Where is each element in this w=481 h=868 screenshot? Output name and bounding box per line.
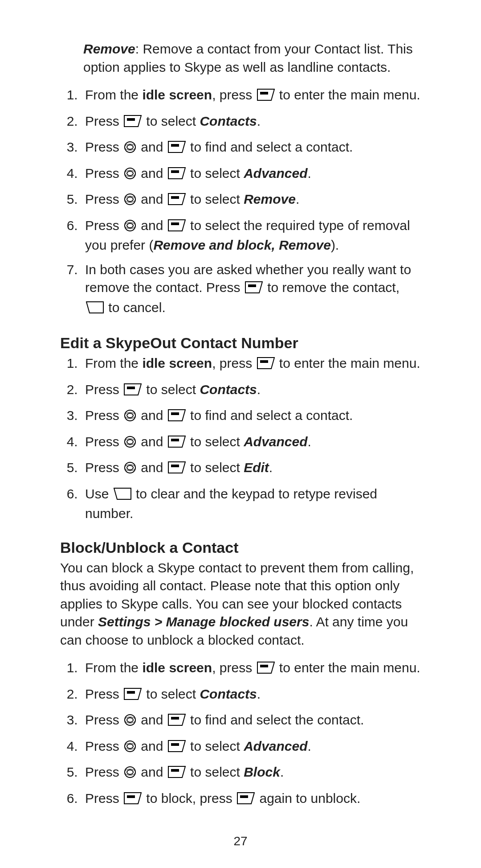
softkey-left-icon bbox=[168, 713, 186, 731]
step-item: Press to select Contacts. bbox=[82, 685, 421, 705]
remove-label: Remove bbox=[83, 41, 135, 56]
softkey-left-icon bbox=[168, 461, 186, 479]
softkey-left-icon bbox=[168, 435, 186, 453]
softkey-left-icon bbox=[124, 687, 142, 705]
softkey-left-icon bbox=[257, 661, 275, 679]
step-item: Press and to find and select a contact. bbox=[82, 138, 421, 158]
softkey-left-icon bbox=[168, 408, 186, 427]
block-unblock-para: You can block a Skype contact to prevent… bbox=[60, 559, 421, 650]
nav-ring-icon bbox=[124, 166, 136, 185]
nav-ring-icon bbox=[124, 218, 136, 237]
step-item: Press and to select the required type of… bbox=[82, 217, 421, 255]
softkey-left-icon bbox=[168, 765, 186, 783]
step-item: Press and to select Advanced. bbox=[82, 165, 421, 185]
edit-skypeout-heading: Edit a SkypeOut Contact Number bbox=[60, 334, 421, 352]
nav-ring-icon bbox=[124, 461, 136, 479]
step-item: In both cases you are asked whether you … bbox=[82, 261, 421, 319]
nav-ring-icon bbox=[124, 435, 136, 453]
nav-ring-icon bbox=[124, 713, 136, 731]
softkey-right-icon bbox=[114, 487, 131, 505]
softkey-left-icon bbox=[168, 140, 186, 158]
softkey-left-icon bbox=[168, 166, 186, 185]
softkey-left-icon bbox=[257, 88, 275, 106]
remove-option-lead: Remove: Remove a contact from your Conta… bbox=[60, 40, 421, 76]
softkey-left-icon bbox=[257, 356, 275, 374]
step-item: From the idle screen, press to enter the… bbox=[82, 86, 421, 106]
softkey-left-icon bbox=[124, 791, 142, 810]
step-item: Press to select Contacts. bbox=[82, 381, 421, 401]
softkey-left-icon bbox=[237, 791, 255, 810]
softkey-left-icon bbox=[124, 114, 142, 132]
nav-ring-icon bbox=[124, 408, 136, 427]
step-item: Press and to select Edit. bbox=[82, 459, 421, 479]
step-item: Press and to select Advanced. bbox=[82, 737, 421, 757]
step-item: From the idle screen, press to enter the… bbox=[82, 659, 421, 679]
step-item: From the idle screen, press to enter the… bbox=[82, 354, 421, 374]
block-unblock-steps: From the idle screen, press to enter the… bbox=[60, 659, 421, 809]
nav-ring-icon bbox=[124, 140, 136, 158]
softkey-left-icon bbox=[168, 218, 186, 237]
step-item: Press and to find and select the contact… bbox=[82, 711, 421, 731]
page-number: 27 bbox=[0, 834, 481, 848]
nav-ring-icon bbox=[124, 192, 136, 210]
block-unblock-heading: Block/Unblock a Contact bbox=[60, 539, 421, 556]
nav-ring-icon bbox=[124, 739, 136, 757]
softkey-left-icon bbox=[245, 280, 263, 299]
edit-skypeout-steps: From the idle screen, press to enter the… bbox=[60, 354, 421, 523]
nav-ring-icon bbox=[124, 765, 136, 783]
step-item: Press to block, press again to unblock. bbox=[82, 790, 421, 810]
softkey-left-icon bbox=[168, 192, 186, 210]
softkey-right-icon bbox=[86, 300, 104, 319]
manual-page: Remove: Remove a contact from your Conta… bbox=[0, 0, 481, 868]
remove-steps: From the idle screen, press to enter the… bbox=[60, 86, 421, 318]
step-item: Press and to select Advanced. bbox=[82, 433, 421, 453]
softkey-left-icon bbox=[124, 383, 142, 401]
step-item: Press to select Contacts. bbox=[82, 112, 421, 132]
step-item: Press and to select Remove. bbox=[82, 190, 421, 210]
step-item: Press and to find and select a contact. bbox=[82, 407, 421, 427]
step-item: Press and to select Block. bbox=[82, 763, 421, 783]
step-item: Use to clear and the keypad to retype re… bbox=[82, 485, 421, 523]
softkey-left-icon bbox=[168, 739, 186, 757]
